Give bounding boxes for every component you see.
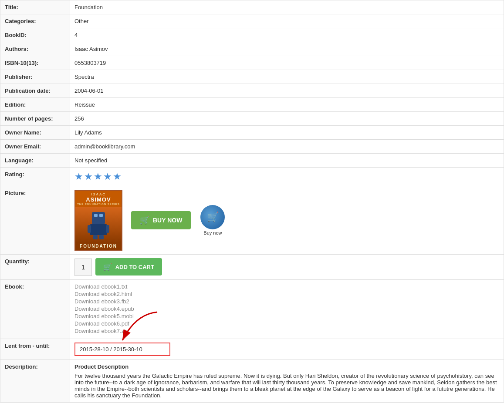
quantity-row: Quantity: 🛒 ADD TO CART [0, 255, 504, 280]
num-pages-label: Number of pages: [0, 112, 70, 126]
categories-value: Other [70, 14, 504, 28]
pub-date-row: Publication date: 2004-06-01 [0, 84, 504, 98]
picture-row: Picture: ISAAC ASIMOV THE FOUNDATION SER… [0, 186, 504, 255]
categories-label: Categories: [0, 14, 70, 28]
paypal-cart-icon: 🛒 [207, 212, 219, 223]
picture-label: Picture: [0, 186, 70, 255]
description-row: Description: Product Description For twe… [0, 360, 504, 402]
bookid-label: BookID: [0, 28, 70, 42]
language-label: Language: [0, 154, 70, 168]
edition-value: Reissue [70, 98, 504, 112]
publisher-label: Publisher: [0, 70, 70, 84]
svg-rect-1 [94, 214, 98, 217]
svg-rect-0 [92, 212, 105, 224]
owner-name-label: Owner Name: [0, 126, 70, 140]
cover-book-title: FOUNDATION [75, 244, 122, 249]
cover-robot-svg [85, 210, 112, 240]
title-value: Foundation [70, 0, 504, 14]
cover-author-text: ISAAC [75, 192, 122, 196]
categories-row: Categories: Other [0, 14, 504, 28]
authors-value: Isaac Asimov [70, 42, 504, 56]
num-pages-value: 256 [70, 112, 504, 126]
edition-label: Edition: [0, 98, 70, 112]
ebook-download-link[interactable]: Download ebook3.fb2 [74, 298, 499, 305]
book-cover-image: ISAAC ASIMOV THE FOUNDATION SERIES [74, 190, 122, 251]
paypal-label: Buy now [203, 230, 222, 235]
ebook-download-link[interactable]: Download ebook2.html [74, 291, 499, 297]
edition-row: Edition: Reissue [0, 98, 504, 112]
cover-name-text: ASIMOV [75, 196, 122, 203]
isbn-row: ISBN-10(13): 0553803719 [0, 56, 504, 70]
cart-icon: 🛒 [140, 215, 149, 225]
ebook-row: Ebook: Download ebook1.txtDownload ebook… [0, 279, 504, 339]
authors-row: Authors: Isaac Asimov [0, 42, 504, 56]
picture-content: ISAAC ASIMOV THE FOUNDATION SERIES [74, 190, 499, 251]
isbn-value: 0553803719 [70, 56, 504, 70]
lent-cell [70, 339, 504, 360]
quantity-label: Quantity: [0, 255, 70, 280]
svg-rect-3 [90, 224, 107, 235]
svg-rect-6 [93, 235, 98, 239]
ebook-download-link[interactable]: Download ebook1.txt [74, 283, 499, 290]
description-title: Product Description [74, 363, 499, 370]
description-label: Description: [0, 360, 70, 402]
svg-rect-7 [99, 235, 104, 239]
ebook-download-link[interactable]: Download ebook5.mobi [74, 313, 499, 319]
bookid-row: BookID: 4 [0, 28, 504, 42]
add-to-cart-icon: 🛒 [103, 263, 112, 271]
owner-email-row: Owner Email: admin@booklibrary.com [0, 140, 504, 154]
pub-date-value: 2004-06-01 [70, 84, 504, 98]
rating-row: Rating: ★★★★★ [0, 168, 504, 186]
publisher-value: Spectra [70, 70, 504, 84]
quantity-cell: 🛒 ADD TO CART [70, 255, 504, 280]
publisher-row: Publisher: Spectra [0, 70, 504, 84]
buy-now-paypal-button[interactable]: 🛒 Buy now [200, 205, 225, 235]
ebook-cell: Download ebook1.txtDownload ebook2.htmlD… [70, 279, 504, 339]
pub-date-label: Publication date: [0, 84, 70, 98]
title-row: Title: Foundation [0, 0, 504, 14]
lent-label: Lent from - until: [0, 339, 70, 360]
ebook-download-link[interactable]: Download ebook7.zip [74, 328, 499, 334]
language-row: Language: Not specified [0, 154, 504, 168]
star-rating: ★★★★★ [74, 171, 122, 182]
paypal-circle: 🛒 [200, 205, 225, 229]
bookid-value: 4 [70, 28, 504, 42]
ebook-label: Ebook: [0, 279, 70, 339]
lent-field-container [74, 343, 170, 356]
title-label: Title: [0, 0, 70, 14]
book-detail-table: Title: Foundation Categories: Other Book… [0, 0, 504, 403]
owner-name-row: Owner Name: Lily Adams [0, 126, 504, 140]
authors-label: Authors: [0, 42, 70, 56]
num-pages-row: Number of pages: 256 [0, 112, 504, 126]
buy-now-button[interactable]: 🛒 BUY NOW [131, 211, 191, 229]
buy-buttons-group: 🛒 BUY NOW 🛒 Buy now [131, 205, 225, 235]
lent-date-input[interactable] [74, 343, 170, 356]
rating-label: Rating: [0, 168, 70, 186]
ebook-links-container: Download ebook1.txtDownload ebook2.htmlD… [74, 283, 499, 334]
add-to-cart-label: ADD TO CART [115, 264, 154, 270]
svg-rect-2 [99, 214, 103, 217]
description-text: For twelve thousand years the Galactic E… [74, 373, 499, 399]
owner-email-value: admin@booklibrary.com [70, 140, 504, 154]
svg-rect-5 [106, 225, 109, 233]
cover-subtitle-text: THE FOUNDATION SERIES [75, 203, 122, 205]
ebook-download-link[interactable]: Download ebook6.pdf [74, 320, 499, 327]
add-to-cart-button[interactable]: 🛒 ADD TO CART [95, 258, 162, 276]
buy-now-label: BUY NOW [153, 217, 182, 224]
picture-cell: ISAAC ASIMOV THE FOUNDATION SERIES [70, 186, 504, 255]
lent-row: Lent from - until: [0, 339, 504, 360]
owner-name-value: Lily Adams [70, 126, 504, 140]
language-value: Not specified [70, 154, 504, 168]
owner-email-label: Owner Email: [0, 140, 70, 154]
svg-rect-4 [88, 225, 91, 233]
ebook-download-link[interactable]: Download ebook4.epub [74, 306, 499, 312]
description-cell: Product Description For twelve thousand … [70, 360, 504, 402]
rating-value: ★★★★★ [70, 168, 504, 186]
isbn-label: ISBN-10(13): [0, 56, 70, 70]
quantity-input[interactable] [74, 259, 92, 276]
